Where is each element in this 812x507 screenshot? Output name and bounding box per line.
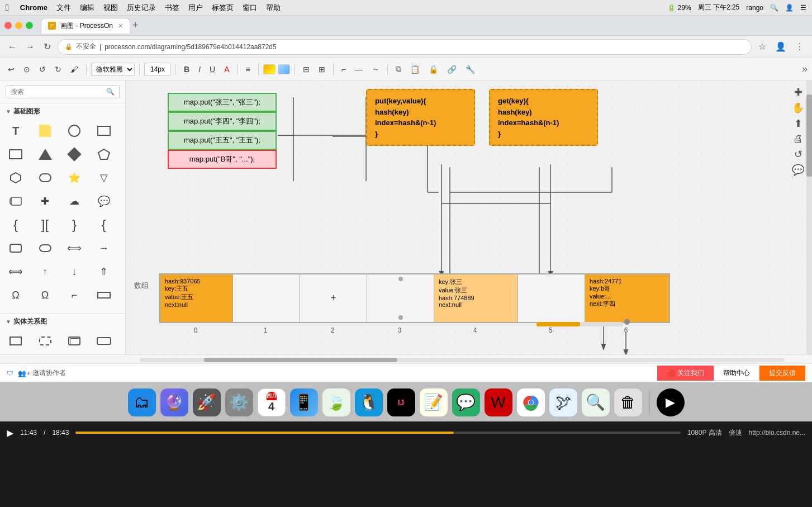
redo2-button[interactable]: ↺ (36, 63, 49, 76)
array-cell-3[interactable] (367, 274, 434, 322)
redo-button[interactable]: ↻ (51, 63, 65, 76)
shape-triangle[interactable] (35, 144, 55, 164)
video-quality[interactable]: 1080P 高清 (687, 428, 722, 438)
search-icon[interactable]: 🔍 (770, 4, 778, 12)
shape-rect2[interactable] (6, 144, 26, 164)
map-entry-3[interactable]: map.put("B哥", "..."); (168, 150, 277, 169)
shape-arrow-up2[interactable]: ⇑ (94, 262, 114, 282)
history-button[interactable]: ↺ (792, 148, 804, 160)
expand-toolbar-button[interactable]: » (802, 63, 808, 75)
entity-ellipse-rect[interactable] (64, 331, 84, 351)
menu-help[interactable]: 帮助 (266, 3, 281, 13)
menu-history[interactable]: 历史记录 (127, 3, 156, 13)
menu-edit[interactable]: 编辑 (80, 3, 94, 13)
menu-window[interactable]: 窗口 (243, 3, 257, 13)
shape-arrow-down-tri[interactable]: ▽ (94, 168, 114, 188)
array-cell-4[interactable]: key:张三 value:张三 hash:774889 next:null (434, 274, 518, 322)
dock-video-play[interactable]: ▶ (657, 388, 685, 416)
array-cell-1[interactable] (233, 274, 300, 322)
menu-bookmarks[interactable]: 书签 (165, 3, 179, 13)
minimize-window-button[interactable] (15, 22, 22, 29)
shape-stadium[interactable] (35, 238, 55, 258)
dock-finder[interactable]: 🗂 (128, 388, 156, 416)
video-speed[interactable]: 倍速 (729, 428, 742, 438)
dock-wechat[interactable]: 💬 (452, 388, 480, 416)
array-cell-0[interactable]: hash:937065 key:王五 value:王五 next:null (160, 274, 233, 322)
array-cell-6[interactable]: hash:24771 key:b哥 value:... next:李四 (585, 274, 669, 322)
profile-button[interactable]: 👤 (773, 39, 789, 54)
comment-button[interactable]: 💬 (792, 164, 804, 176)
map-entry-2[interactable]: map.put("王五", "王五"); (168, 131, 277, 150)
canvas-area[interactable]: map.put("张三", "张三"); map.put("李四", "李四")… (126, 80, 812, 354)
connector-button[interactable]: ⌐ (338, 63, 349, 76)
italic-button[interactable]: I (195, 63, 204, 76)
dock-launchpad[interactable]: 🚀 (193, 388, 221, 416)
shape-pentagon[interactable] (94, 144, 114, 164)
dock-wps[interactable]: W (485, 388, 512, 416)
add-node-icon[interactable]: + (330, 292, 336, 304)
zoom-in-button[interactable]: ✚ (792, 86, 804, 98)
hand-tool-button[interactable]: ✋ (792, 102, 804, 114)
text-align-button[interactable]: ⊟ (300, 63, 313, 76)
print-button[interactable]: 🖨 (792, 133, 804, 145)
dock-calendar[interactable]: 四月 4 (258, 388, 286, 416)
shape-brace-right[interactable]: } (64, 215, 84, 235)
shape-omega2[interactable]: Ω (35, 285, 55, 305)
chrome-menu-button[interactable]: ⋮ (793, 39, 806, 54)
scrollbar-thumb[interactable] (806, 94, 812, 177)
shape-hexagon[interactable] (6, 168, 26, 188)
apple-logo-icon[interactable]:  (6, 3, 9, 13)
shape-arrow-left-right[interactable]: ⟺ (64, 238, 84, 258)
close-window-button[interactable] (4, 22, 12, 29)
shape-circle[interactable] (64, 121, 84, 141)
url-input[interactable]: 🔒 不安全 | processon.com/diagraming/5d18967… (58, 39, 752, 55)
entity-wide-rect[interactable] (94, 331, 114, 351)
dock-unknown2[interactable]: 🕊 (549, 388, 577, 416)
link-button[interactable]: 🔗 (444, 63, 460, 76)
tab-close-button[interactable]: × (118, 21, 123, 30)
new-tab-button[interactable]: + (132, 20, 139, 31)
fit-button[interactable]: ⊙ (20, 63, 34, 76)
underline-button[interactable]: U (206, 63, 219, 76)
h-scrollbar-thumb[interactable] (204, 358, 397, 362)
shape-speech[interactable]: 💬 (94, 191, 114, 211)
shape-l-shape[interactable]: ⌐ (64, 285, 84, 305)
dock-unknown3[interactable]: 🔍 (582, 388, 610, 416)
shape-double-arrow[interactable]: ⟺ (6, 262, 26, 282)
basic-shapes-title[interactable]: 基础图形 (6, 107, 120, 116)
dock-appstore[interactable]: 📱 (290, 388, 318, 416)
entity-shapes-title[interactable]: 实体关系图 (6, 317, 120, 326)
menu-icon[interactable]: ☰ (800, 4, 806, 12)
shape-rect[interactable] (94, 121, 114, 141)
line-style-button[interactable]: — (352, 63, 366, 76)
menu-file[interactable]: 文件 (56, 3, 71, 13)
line-color-button[interactable] (278, 64, 290, 74)
back-button[interactable]: ← (6, 40, 19, 54)
menu-users[interactable]: 用户 (188, 3, 203, 13)
dock-unknown1[interactable]: 🍃 (322, 388, 350, 416)
dock-notes[interactable]: 📝 (420, 388, 448, 416)
font-family-select[interactable]: 微软雅黑 (91, 63, 135, 76)
help-center-button[interactable]: 帮助中心 (714, 366, 759, 381)
shape-brace-mid[interactable]: ][ (35, 215, 55, 235)
shape-star[interactable]: ⭐ (64, 168, 84, 188)
video-progress-bar[interactable] (75, 432, 680, 434)
dock-siri[interactable]: 🔮 (160, 388, 188, 416)
shape-brace-left[interactable]: { (6, 215, 26, 235)
shape-omega[interactable]: Ω (6, 285, 26, 305)
shape-brace-left2[interactable]: { (94, 215, 114, 235)
forward-button[interactable]: → (23, 40, 37, 54)
shape-scroll[interactable] (6, 191, 26, 211)
feedback-button[interactable]: 提交反馈 (759, 366, 805, 381)
shape-text[interactable]: T (6, 121, 26, 141)
shape-arrow-up[interactable]: ↑ (35, 262, 55, 282)
copy-button[interactable]: ⧉ (392, 62, 405, 76)
bookmark-button[interactable]: ☆ (756, 39, 768, 54)
canvas-right-scrollbar[interactable] (806, 80, 812, 354)
dock-qq[interactable]: 🐧 (355, 388, 383, 416)
menu-tabs[interactable]: 标签页 (212, 3, 234, 13)
font-color-button[interactable]: A (221, 63, 232, 76)
fill-color-button[interactable] (263, 64, 276, 74)
export-button[interactable]: ⬆ (792, 117, 804, 130)
get-method-box[interactable]: get(key){hash(key)index=hash&(n-1)} (489, 89, 598, 146)
